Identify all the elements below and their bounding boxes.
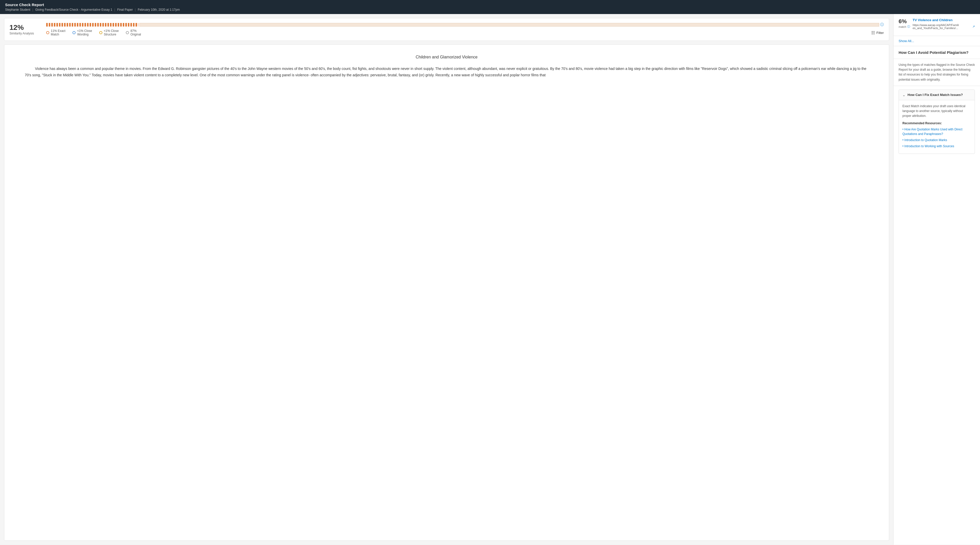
exact-match-accordion: ⌄ How Can I Fix Exact Match Issues? Exac…	[899, 89, 975, 154]
accordion-header[interactable]: ⌄ How Can I Fix Exact Match Issues?	[899, 90, 975, 100]
right-sidebar: 6% match ⓘ TV Violence and Children http…	[893, 14, 980, 545]
resource-link-2[interactable]: Introduction to Quotation Marks	[902, 138, 971, 142]
similarity-score: 12% Similarity Analysis	[10, 24, 40, 35]
match-percent-block: 6% match ⓘ	[899, 18, 910, 29]
exact-match-bar	[46, 23, 138, 27]
exact-label: 11% ExactMatch	[51, 29, 65, 37]
source-title-link[interactable]: TV Violence and Children	[913, 18, 975, 22]
breakdown-original: 87%Original	[126, 29, 141, 37]
avoid-plagiarism-title: How Can I Avoid Potential Plagiarism?	[899, 50, 975, 55]
resource-link-3[interactable]: Introduction to Working with Sources	[902, 144, 971, 148]
header-meta: Stephanie Student | Giving Feedback/Sour…	[5, 8, 975, 11]
main-layout: 12% Similarity Analysis ⓘ 11% ExactMatch	[0, 14, 980, 545]
match-source-info: TV Violence and Children https://www.aac…	[913, 18, 975, 30]
avoid-plagiarism-section: How Can I Avoid Potential Plagiarism?	[894, 46, 980, 59]
similarity-breakdown: 11% ExactMatch <1% CloseWording <1% Clos…	[46, 29, 884, 37]
chevron-down-icon: ⌄	[902, 93, 905, 97]
similarity-percentage: 12%	[10, 24, 40, 32]
resource-link-1[interactable]: How Are Quotation Marks Used with Direct…	[902, 127, 971, 136]
info-icon[interactable]: ⓘ	[880, 22, 884, 27]
external-link-icon[interactable]: ↗	[972, 25, 975, 28]
rest-bar	[139, 23, 879, 27]
similarity-bar-container: ⓘ	[46, 22, 884, 27]
accordion-body: Exact Match indicates your draft uses id…	[899, 100, 975, 154]
resources-label: Recommended Resources:	[902, 121, 971, 125]
header: Source Check Report Stephanie Student | …	[0, 0, 980, 14]
page-title: Source Check Report	[5, 3, 975, 7]
match-percent: 6%	[899, 18, 910, 25]
separator-3: |	[135, 8, 136, 11]
separator-2: |	[115, 8, 115, 11]
match-url: https://www.aacap.org/AACAP/Famili es_an…	[913, 24, 975, 30]
close-structure-label: <1% CloseStructure	[104, 29, 119, 37]
student-name: Stephanie Student	[5, 8, 30, 11]
filter-button[interactable]: ☷ Filter	[871, 30, 884, 35]
match-header: 6% match ⓘ TV Violence and Children http…	[899, 18, 975, 30]
assignment-name: Giving Feedback/Source Check - Argumenta…	[35, 8, 112, 11]
plagiarism-description: Using the types of matches flagged in th…	[894, 59, 980, 86]
similarity-bar-area: ⓘ 11% ExactMatch <1% CloseWording <1% Cl…	[46, 22, 884, 37]
source-match-section: 6% match ⓘ TV Violence and Children http…	[894, 14, 980, 36]
accordion-title: How Can I Fix Exact Match Issues?	[907, 93, 963, 97]
match-label: match ⓘ	[899, 25, 910, 29]
filter-icon: ☷	[871, 30, 875, 35]
close-structure-dot	[99, 31, 102, 34]
essay-panel[interactable]: Children and Glamorized Violence Violenc…	[4, 44, 889, 541]
original-label: 87%Original	[130, 29, 141, 37]
separator-1: |	[32, 8, 33, 11]
essay-title: Children and Glamorized Violence	[25, 55, 869, 59]
breakdown-close-wording: <1% CloseWording	[73, 29, 92, 37]
show-all-link[interactable]: Show All...	[894, 36, 980, 46]
essay-body: Violence has always been a common and po…	[25, 65, 869, 78]
exact-dot	[46, 31, 49, 34]
filter-label: Filter	[877, 31, 884, 35]
content-area: 12% Similarity Analysis ⓘ 11% ExactMatch	[0, 14, 893, 545]
accordion-description: Exact Match indicates your draft uses id…	[902, 104, 971, 119]
breakdown-close-structure: <1% CloseStructure	[99, 29, 119, 37]
close-wording-dot	[73, 31, 76, 34]
submission-date: February 10th, 2020 at 1:17pm	[138, 8, 180, 11]
paper-type: Final Paper	[117, 8, 133, 11]
similarity-panel: 12% Similarity Analysis ⓘ 11% ExactMatch	[4, 18, 889, 41]
match-info-icon[interactable]: ⓘ	[907, 25, 910, 29]
match-label-text: match	[899, 25, 906, 28]
breakdown-exact: 11% ExactMatch	[46, 29, 65, 37]
close-wording-label: <1% CloseWording	[77, 29, 92, 37]
url-text: https://www.aacap.org/AACAP/Famili es_an…	[913, 24, 971, 30]
original-dot	[126, 31, 129, 34]
similarity-label: Similarity Analysis	[10, 32, 40, 35]
